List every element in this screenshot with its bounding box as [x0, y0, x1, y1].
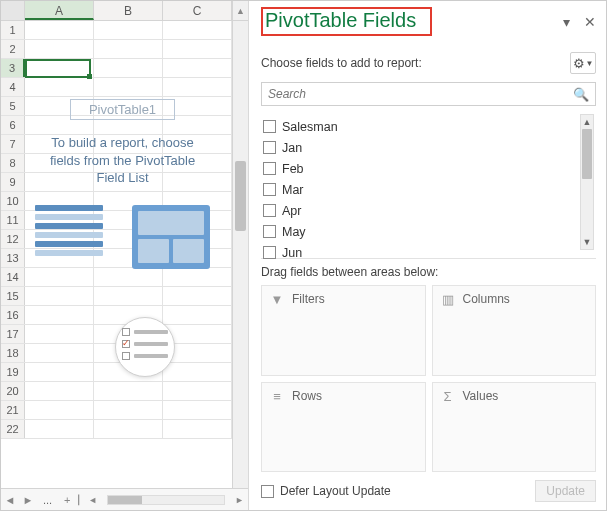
pane-menu-icon[interactable]: ▾	[563, 14, 570, 30]
field-item[interactable]: Salesman	[261, 116, 580, 137]
cell[interactable]	[25, 325, 94, 343]
area-filters[interactable]: ▼Filters	[261, 285, 426, 376]
cell[interactable]	[25, 78, 94, 96]
row-header[interactable]: 18	[1, 344, 25, 362]
cell[interactable]	[25, 306, 94, 324]
cell[interactable]	[94, 401, 163, 419]
cell[interactable]	[94, 420, 163, 438]
cell[interactable]	[25, 363, 94, 381]
area-values[interactable]: ΣValues	[432, 382, 597, 473]
hscroll-right-icon[interactable]: ►	[235, 495, 244, 505]
tab-overflow[interactable]: ...	[37, 494, 58, 506]
cell[interactable]	[163, 420, 232, 438]
cell[interactable]	[94, 21, 163, 39]
area-columns[interactable]: ▥Columns	[432, 285, 597, 376]
pane-close-icon[interactable]: ✕	[584, 14, 596, 30]
row-header[interactable]: 4	[1, 78, 25, 96]
row-header[interactable]: 11	[1, 211, 25, 229]
cell[interactable]	[94, 287, 163, 305]
row-header[interactable]: 19	[1, 363, 25, 381]
grid-body[interactable]: 12345678910111213141516171819202122 Pivo…	[1, 21, 248, 488]
cell[interactable]	[163, 268, 232, 286]
field-item[interactable]: Mar	[261, 179, 580, 200]
row-header[interactable]: 12	[1, 230, 25, 248]
field-checkbox[interactable]	[263, 246, 276, 259]
field-item[interactable]: May	[261, 221, 580, 242]
column-header[interactable]: B	[94, 1, 163, 20]
cell[interactable]	[163, 78, 232, 96]
area-rows[interactable]: ≡Rows	[261, 382, 426, 473]
row-header[interactable]: 7	[1, 135, 25, 153]
vertical-scrollbar[interactable]	[232, 21, 248, 488]
horizontal-scrollbar[interactable]: ◄ ►	[84, 495, 248, 505]
cell[interactable]	[25, 21, 94, 39]
row-header[interactable]: 10	[1, 192, 25, 210]
field-item[interactable]: Jun	[261, 242, 580, 263]
vscroll-up-icon[interactable]: ▲	[232, 1, 248, 20]
add-sheet-button[interactable]: +	[58, 494, 76, 506]
update-button[interactable]: Update	[535, 480, 596, 502]
cell[interactable]	[163, 59, 232, 77]
scroll-down-icon[interactable]: ▼	[581, 235, 593, 249]
defer-layout-checkbox[interactable]: Defer Layout Update	[261, 484, 391, 498]
row-header[interactable]: 15	[1, 287, 25, 305]
cell[interactable]	[94, 268, 163, 286]
tab-next-icon[interactable]: ►	[19, 494, 37, 506]
fields-layout-button[interactable]: ⚙▼	[570, 52, 596, 74]
cell[interactable]	[163, 40, 232, 58]
search-input[interactable]	[268, 87, 573, 101]
field-checkbox[interactable]	[263, 141, 276, 154]
field-checkbox[interactable]	[263, 204, 276, 217]
cell[interactable]	[163, 382, 232, 400]
cell[interactable]	[163, 306, 232, 324]
cell[interactable]	[25, 268, 94, 286]
cell[interactable]	[25, 40, 94, 58]
tab-splitter[interactable]: ∣	[76, 493, 84, 506]
cell[interactable]	[94, 40, 163, 58]
field-label: Jun	[282, 246, 302, 260]
row-header[interactable]: 14	[1, 268, 25, 286]
active-cell[interactable]	[25, 59, 91, 78]
row-header[interactable]: 17	[1, 325, 25, 343]
row-header[interactable]: 8	[1, 154, 25, 172]
row-header[interactable]: 20	[1, 382, 25, 400]
cell[interactable]	[25, 287, 94, 305]
field-item[interactable]: Jan	[261, 137, 580, 158]
field-item[interactable]: Feb	[261, 158, 580, 179]
field-checkbox[interactable]	[263, 120, 276, 133]
row-header[interactable]: 9	[1, 173, 25, 191]
field-item[interactable]: Apr	[261, 200, 580, 221]
cell[interactable]	[94, 382, 163, 400]
hscroll-left-icon[interactable]: ◄	[88, 495, 97, 505]
row-header[interactable]: 13	[1, 249, 25, 267]
cell[interactable]	[25, 401, 94, 419]
column-header[interactable]: A	[25, 1, 94, 20]
app-root: ABC ▲ 1234567891011121314151617181920212…	[0, 0, 607, 511]
cell[interactable]	[25, 344, 94, 362]
cell[interactable]	[94, 59, 163, 77]
scroll-up-icon[interactable]: ▲	[581, 115, 593, 129]
cell[interactable]	[163, 287, 232, 305]
tab-prev-icon[interactable]: ◄	[1, 494, 19, 506]
field-checkbox[interactable]	[263, 225, 276, 238]
row-header[interactable]: 21	[1, 401, 25, 419]
cell[interactable]	[163, 401, 232, 419]
row-header[interactable]: 6	[1, 116, 25, 134]
fields-scrollbar[interactable]: ▲ ▼	[580, 114, 594, 250]
cell[interactable]	[25, 420, 94, 438]
row-header[interactable]: 5	[1, 97, 25, 115]
fields-search[interactable]: 🔍	[261, 82, 596, 106]
row-header[interactable]: 2	[1, 40, 25, 58]
select-all-corner[interactable]	[1, 1, 25, 20]
cell[interactable]	[94, 78, 163, 96]
row-header[interactable]: 22	[1, 420, 25, 438]
cell[interactable]	[163, 363, 232, 381]
field-checkbox[interactable]	[263, 162, 276, 175]
field-checkbox[interactable]	[263, 183, 276, 196]
row-header[interactable]: 16	[1, 306, 25, 324]
column-header[interactable]: C	[163, 1, 232, 20]
row-header[interactable]: 3	[1, 59, 25, 77]
row-header[interactable]: 1	[1, 21, 25, 39]
cell[interactable]	[163, 21, 232, 39]
cell[interactable]	[25, 382, 94, 400]
